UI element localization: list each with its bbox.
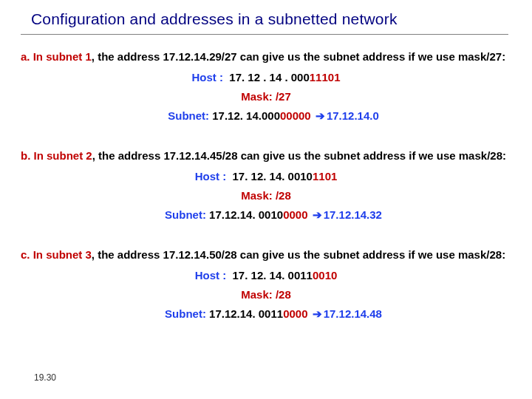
- subnet-block-a: a. In subnet 1, the address 17.12.14.29/…: [21, 48, 511, 125]
- calc-box: Host : 17. 12. 14. 00110010 Mask: /28 Su…: [21, 267, 511, 323]
- subnet-result: 17.12.14.32: [324, 208, 382, 221]
- intro-line: c. In subnet 3, the address 17.12.14.50/…: [21, 246, 511, 264]
- subnet-row: Subnet: 17.12.14. 00100000 ➔17.12.14.32: [21, 206, 511, 224]
- mask-label: Mask:: [241, 90, 273, 103]
- mask-val: /28: [276, 189, 291, 202]
- host-label: Host :: [195, 269, 227, 282]
- subnet-label: Subnet:: [165, 208, 206, 221]
- intro-pre: the address: [95, 50, 163, 63]
- mask-val: /27: [276, 90, 291, 103]
- subnet-row: Subnet: 17.12.14. 00110000 ➔17.12.14.48: [21, 305, 511, 323]
- intro-pre: the address: [95, 149, 164, 162]
- host-row: Host : 17. 12. 14. 00110010: [21, 267, 511, 284]
- mask-val: /28: [276, 288, 291, 301]
- intro-line: a. In subnet 1, the address 17.12.14.29/…: [21, 48, 511, 66]
- intro-mid: can give us the subnet address if we use: [238, 149, 459, 162]
- subnet-result: 17.12.14.0: [327, 109, 379, 122]
- mask-row: Mask: /28: [21, 286, 511, 304]
- slide-title: Configuration and addresses in a subnett…: [31, 10, 511, 28]
- title-underline: [21, 34, 508, 35]
- intro-mid: can give us the subnet address if we use: [237, 50, 458, 63]
- intro-mask: mask/28:: [458, 248, 505, 261]
- subnet-pre: 17.12.14. 0011: [209, 307, 283, 320]
- host-red: 11101: [310, 71, 341, 83]
- subnet-block-b: b. In subnet 2, the address 17.12.14.45/…: [21, 147, 511, 224]
- host-red: 1101: [313, 170, 337, 183]
- arrow-icon: ➔: [311, 208, 324, 221]
- intro-addr: 17.12.14.50/28: [163, 248, 237, 261]
- calc-box: Host : 17. 12 . 14 . 00011101 Mask: /27 …: [21, 69, 511, 125]
- subnet-row: Subnet: 17.12. 14.00000000 ➔17.12.14.0: [21, 107, 511, 125]
- subnet-label: Subnet:: [168, 109, 209, 122]
- host-red: 0010: [313, 269, 337, 282]
- lead-label: a. In subnet 1: [21, 50, 92, 63]
- mask-row: Mask: /27: [21, 88, 511, 106]
- intro-line: b. In subnet 2, the address 17.12.14.45/…: [21, 147, 511, 165]
- intro-pre: the address: [95, 248, 163, 261]
- host-pre: 17. 12 . 14 . 000: [229, 71, 309, 83]
- mask-row: Mask: /28: [21, 187, 511, 205]
- subnet-pre: 17.12.14. 0010: [209, 208, 283, 221]
- subnet-block-c: c. In subnet 3, the address 17.12.14.50/…: [21, 246, 511, 323]
- page-number: 19.30: [34, 372, 56, 383]
- intro-addr: 17.12.14.45/28: [163, 149, 237, 162]
- calc-box: Host : 17. 12. 14. 00101101 Mask: /28 Su…: [21, 168, 511, 224]
- subnet-pre: 17.12. 14.000: [212, 109, 280, 122]
- mask-label: Mask:: [241, 288, 273, 301]
- lead-label: b. In subnet 2: [21, 149, 92, 162]
- lead-label: c. In subnet 3: [21, 248, 92, 261]
- host-pre: 17. 12. 14. 0011: [233, 269, 313, 282]
- mask-label: Mask:: [241, 189, 273, 202]
- host-row: Host : 17. 12 . 14 . 00011101: [21, 69, 511, 86]
- arrow-icon: ➔: [314, 109, 327, 122]
- slide: Configuration and addresses in a subnett…: [0, 0, 532, 399]
- intro-addr: 17.12.14.29/27: [163, 50, 237, 63]
- intro-mask: mask/27:: [458, 50, 505, 63]
- subnet-red: 0000: [283, 208, 307, 221]
- subnet-result: 17.12.14.48: [324, 307, 382, 320]
- intro-mid: can give us the subnet address if we use: [237, 248, 458, 261]
- subnet-label: Subnet:: [165, 307, 206, 320]
- host-row: Host : 17. 12. 14. 00101101: [21, 168, 511, 185]
- host-label: Host :: [192, 71, 224, 83]
- subnet-red: 0000: [283, 307, 307, 320]
- host-label: Host :: [195, 170, 227, 183]
- host-pre: 17. 12. 14. 0010: [233, 170, 313, 183]
- subnet-red: 00000: [280, 109, 311, 122]
- intro-mask: mask/28:: [459, 149, 506, 162]
- arrow-icon: ➔: [311, 307, 324, 320]
